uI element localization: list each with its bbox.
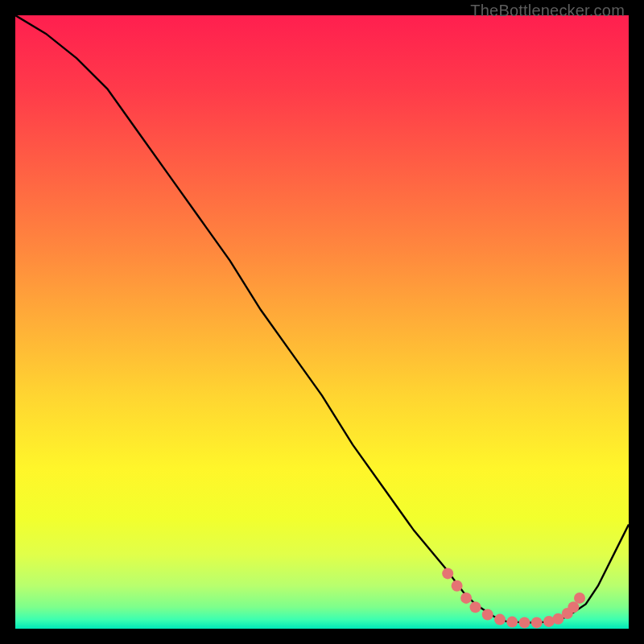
- marker-dot: [442, 568, 453, 579]
- marker-dot: [460, 592, 472, 604]
- marker-dot: [568, 601, 579, 613]
- watermark-text: TheBottlenecker.com: [470, 2, 625, 20]
- marker-dot: [519, 617, 530, 628]
- marker-dot: [494, 614, 506, 625]
- marker-dot: [506, 617, 518, 628]
- bottleneck-chart: [15, 15, 629, 629]
- marker-dot: [452, 580, 463, 592]
- chart-frame: [15, 15, 629, 629]
- marker-dot: [574, 592, 585, 604]
- chart-background: [15, 15, 629, 629]
- marker-dot: [531, 617, 543, 628]
- marker-dot: [470, 601, 481, 613]
- marker-dot: [482, 609, 493, 621]
